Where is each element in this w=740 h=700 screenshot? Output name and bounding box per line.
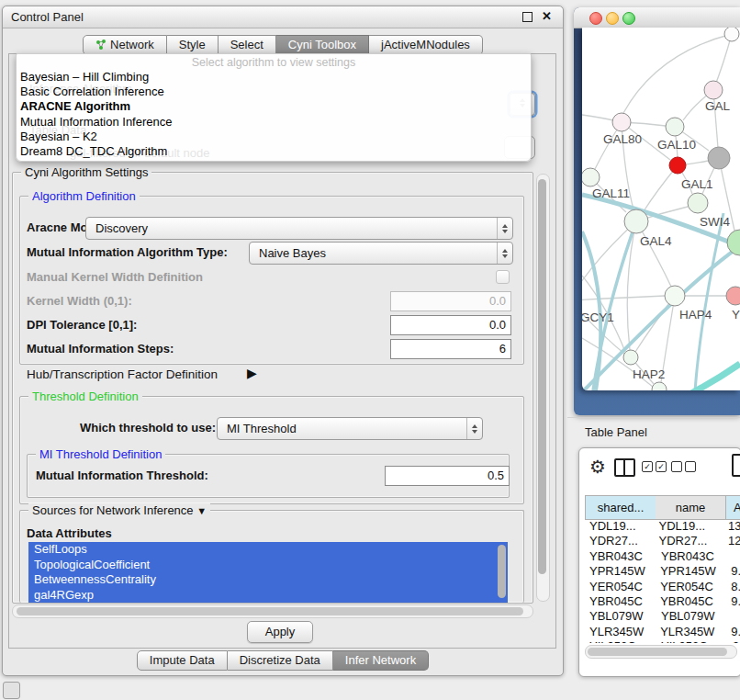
mi-type-combo[interactable]: Naive Bayes: [249, 242, 513, 265]
list-item-selected[interactable]: TopologicalCoefficient: [28, 558, 508, 573]
combo-arrows-icon: [466, 418, 482, 439]
network-node-label: HAP2: [633, 367, 665, 381]
mi-threshold-field[interactable]: 0.5: [385, 466, 510, 486]
control-panel-window: Control Panel ✕ Network Style Select Cyn…: [2, 6, 564, 676]
cyni-algorithm-settings-title: Cyni Algorithm Settings: [21, 165, 151, 179]
dropdown-item[interactable]: Basic Correlation Inference: [20, 85, 164, 98]
network-node-gal80[interactable]: [612, 113, 631, 131]
network-node[interactable]: [652, 382, 667, 390]
tab-network[interactable]: Network: [83, 35, 167, 55]
cell-value: 13: [723, 519, 740, 534]
apply-button[interactable]: Apply: [247, 621, 313, 643]
float-panel-icon[interactable]: [522, 12, 533, 22]
kernel-width-label: Kernel Width (0,1):: [27, 294, 132, 308]
table-row[interactable]: YBR043CYBR043C: [585, 549, 740, 564]
table-row[interactable]: YLR345WYLR345W9.: [585, 625, 740, 639]
network-edge[interactable]: [691, 364, 740, 390]
dropdown-item[interactable]: Bayesian – Hill Climbing: [20, 70, 149, 84]
close-traffic-light-icon[interactable]: [589, 12, 602, 25]
minimize-traffic-light-icon[interactable]: [606, 12, 619, 25]
list-item-selected[interactable]: SelfLoops: [28, 542, 508, 558]
network-edge[interactable]: [582, 296, 665, 300]
tab-discretize-data[interactable]: Discretize Data: [228, 650, 333, 671]
table-row[interactable]: YDR27...YDR27...12: [585, 534, 740, 548]
network-canvas[interactable]: GAL GAL80 GAL10 GAL11 GAL1 GAL4 SWI4 GCY…: [582, 28, 740, 390]
network-edge[interactable]: [582, 300, 624, 354]
aracne-mode-combo[interactable]: Discovery: [85, 217, 513, 240]
deselect-all-columns-icon[interactable]: [671, 461, 699, 478]
tab-jactivemnodules[interactable]: jActiveMNodules: [369, 35, 483, 55]
tab-impute-data[interactable]: Impute Data: [137, 650, 228, 671]
cell-shared-name: YLR345W: [585, 625, 656, 639]
table-row[interactable]: YER054CYER054C8.: [585, 580, 740, 594]
close-panel-icon[interactable]: ✕: [542, 9, 552, 23]
tab-cyni-toolbox-label: Cyni Toolbox: [288, 38, 356, 51]
column-header-shared-name[interactable]: shared...: [585, 495, 656, 520]
tab-infer-network[interactable]: Infer Network: [333, 650, 429, 671]
dropdown-item[interactable]: Bayesian – K2: [20, 130, 97, 143]
expand-arrow-icon[interactable]: ▶: [247, 366, 257, 380]
tab-discretize-data-label: Discretize Data: [240, 653, 320, 667]
table-row[interactable]: YDL19...YDL19...13: [585, 519, 740, 534]
network-node-label: GAL1: [681, 177, 713, 191]
tab-jactivemnodules-label: jActiveMNodules: [381, 38, 470, 51]
table-horizontal-scrollbar[interactable]: [585, 645, 737, 659]
settings-horizontal-scrollbar[interactable]: [12, 604, 533, 618]
table-panel-title: Table Panel: [585, 425, 647, 439]
list-scrollbar[interactable]: [498, 545, 506, 598]
combo-arrows-icon: [497, 218, 512, 239]
network-node[interactable]: [724, 28, 739, 41]
list-item-selected[interactable]: gal4RGexp: [28, 588, 508, 604]
panel-corner-button[interactable]: [3, 682, 20, 699]
settings-vertical-scrollbar[interactable]: [536, 174, 550, 602]
network-node-hap4[interactable]: [665, 286, 685, 306]
table-row[interactable]: YBL079WYBL079W: [585, 609, 740, 624]
table-row[interactable]: YBR045CYBR045C9.: [585, 594, 740, 609]
network-node-gal10[interactable]: [666, 118, 684, 136]
combo-arrows-icon: [497, 243, 512, 264]
network-node-gray[interactable]: [708, 147, 730, 169]
list-item-selected[interactable]: BetweennessCentrality: [28, 572, 508, 588]
threshold-definition-title: Threshold Definition: [28, 390, 142, 403]
gear-icon[interactable]: ⚙: [589, 456, 606, 478]
network-node[interactable]: [704, 81, 723, 99]
network-node-selected-red[interactable]: [669, 157, 686, 174]
cell-name: YBR045C: [656, 594, 726, 609]
tab-style[interactable]: Style: [167, 35, 219, 55]
select-all-columns-icon[interactable]: ✓✓: [642, 461, 669, 478]
network-node-gal1[interactable]: [688, 193, 708, 213]
column-header-partial[interactable]: A: [726, 495, 740, 520]
collapse-arrow-icon[interactable]: ▼: [196, 505, 207, 516]
cell-value: 8.: [726, 580, 740, 594]
maximize-traffic-light-icon[interactable]: [622, 12, 635, 25]
kernel-width-field[interactable]: 0.0: [390, 291, 511, 311]
manual-kernel-checkbox[interactable]: [496, 270, 510, 284]
dropdown-item-highlighted[interactable]: ARACNE Algorithm: [20, 99, 130, 113]
cell-name: YBR043C: [656, 549, 728, 564]
network-edge[interactable]: [582, 115, 613, 120]
network-node-gal11[interactable]: [582, 168, 600, 186]
dropdown-item[interactable]: Mutual Information Inference: [20, 115, 172, 129]
network-node-gal4[interactable]: [624, 209, 648, 233]
column-layout-icon[interactable]: [614, 458, 635, 477]
network-icon: [95, 40, 107, 50]
dpi-tolerance-field[interactable]: 0.0: [390, 315, 511, 335]
tab-select[interactable]: Select: [219, 35, 276, 55]
table-row[interactable]: YIL052CYIL052C9: [585, 639, 740, 643]
column-header-name[interactable]: name: [656, 495, 726, 520]
which-threshold-combo[interactable]: MI Threshold: [217, 417, 483, 440]
new-table-icon[interactable]: [732, 454, 740, 477]
cell-name: YDL19...: [655, 519, 724, 534]
sources-title-text: Sources for Network Inference: [32, 503, 194, 517]
cell-value: [728, 609, 733, 624]
mi-steps-field[interactable]: 6: [390, 339, 511, 359]
dropdown-item[interactable]: Dream8 DC_TDC Algorithm: [20, 144, 167, 158]
network-node-pink[interactable]: [726, 287, 740, 305]
network-node-swi4[interactable]: [727, 230, 740, 255]
table-row[interactable]: YPR145WYPR145W9.: [585, 564, 740, 579]
bottom-tabs: Impute Data Discretize Data Infer Networ…: [3, 650, 563, 671]
tab-cyni-toolbox[interactable]: Cyni Toolbox: [276, 35, 369, 55]
network-node-hap2[interactable]: [623, 350, 638, 365]
cell-shared-name: YBL079W: [585, 609, 656, 624]
screen: Control Panel ✕ Network Style Select Cyn…: [0, 0, 740, 700]
